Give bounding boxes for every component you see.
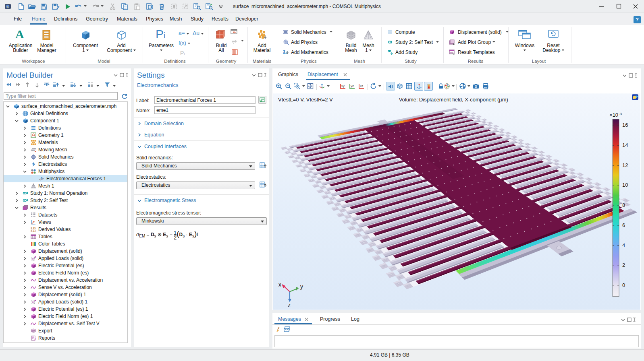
- svg-text:6: 6: [622, 222, 625, 228]
- svg-text:x: x: [278, 281, 281, 288]
- svg-text:y: y: [300, 283, 303, 290]
- svg-text:2: 2: [622, 262, 625, 268]
- svg-text:VtestL=0 V, VtestR=2 V: VtestL=0 V, VtestR=2 V: [278, 97, 333, 103]
- svg-text:yz: yz: [351, 84, 354, 88]
- svg-text:e-12: e-12: [31, 229, 36, 232]
- svg-text:4: 4: [622, 242, 625, 248]
- svg-text:12: 12: [622, 162, 628, 168]
- svg-text:xy: xy: [341, 84, 345, 88]
- svg-text:8: 8: [622, 202, 625, 208]
- svg-text:14: 14: [622, 142, 628, 148]
- svg-text:0: 0: [622, 282, 625, 288]
- svg-text:Volume: Displacement field, X-: Volume: Displacement field, X-component …: [399, 97, 508, 103]
- svg-text:z: z: [288, 302, 291, 308]
- svg-text:xz: xz: [360, 84, 363, 88]
- svg-text:16: 16: [622, 122, 628, 128]
- svg-text:10: 10: [622, 182, 628, 188]
